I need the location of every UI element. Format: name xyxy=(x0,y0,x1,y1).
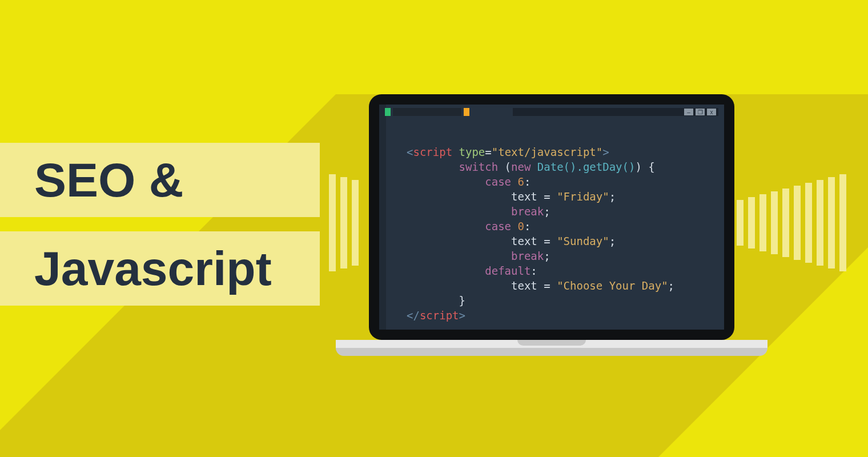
laptop-screen: – ❐ x <script type="text/javascript"> sw… xyxy=(369,94,734,340)
title-line-2: Javascript xyxy=(34,231,297,306)
editor-gutter xyxy=(379,105,386,330)
tab-indicator-modified-icon xyxy=(464,108,469,116)
laptop-notch xyxy=(517,340,586,346)
title-block-1: SEO & xyxy=(0,143,320,217)
decorative-stripes-right xyxy=(737,174,846,271)
minimize-button[interactable]: – xyxy=(684,109,693,115)
tab-active[interactable] xyxy=(393,108,461,116)
laptop-base xyxy=(336,340,767,356)
editor-tab-bar xyxy=(385,108,469,116)
code-editor: – ❐ x <script type="text/javascript"> sw… xyxy=(379,105,724,330)
decorative-stripes-left xyxy=(329,174,359,271)
title-block-2: Javascript xyxy=(0,231,320,306)
window-title-bar: – ❐ x xyxy=(513,108,718,116)
tab-indicator-active-icon xyxy=(385,108,391,116)
maximize-button[interactable]: ❐ xyxy=(696,109,705,115)
close-button[interactable]: x xyxy=(707,109,716,115)
title-line-1: SEO & xyxy=(34,143,297,217)
code-block: <script type="text/javascript"> switch (… xyxy=(407,130,674,323)
